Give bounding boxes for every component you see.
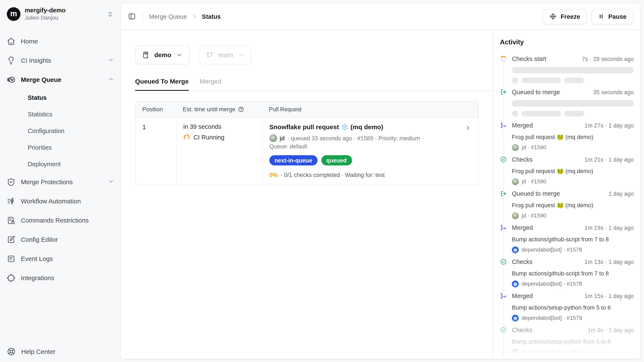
pr-meta: jd · queued 33 seconds ago · #1589 · Pri…	[269, 134, 461, 142]
sidebar-item-deployment[interactable]: Deployment	[7, 156, 114, 172]
breadcrumb-status: Status	[202, 13, 221, 20]
tab-queued-to-merge[interactable]: Queued To Merge	[135, 78, 188, 91]
activity-pr-title[interactable]: Bump actions/github-script from 7 to 8	[512, 235, 634, 243]
activity-pr-title[interactable]: Frog pull request 🐸 (mq demo)	[512, 201, 634, 209]
org-switcher[interactable]: m mergify-demo Julien Danjou	[0, 0, 120, 26]
snowflake-icon	[550, 13, 557, 20]
activity-event-icon	[500, 258, 507, 265]
activity-title: Activity	[500, 38, 634, 46]
shield-check-icon	[7, 178, 15, 186]
dependabot-icon	[512, 246, 519, 253]
column-position: Position	[136, 106, 176, 113]
sidebar-item-event-logs[interactable]: Event Logs	[7, 249, 114, 268]
tab-merged[interactable]: Merged	[200, 78, 222, 90]
pr-queue: Queue: default	[269, 143, 461, 150]
pr-title[interactable]: Snowflake pull request ❄️ (mq demo)	[269, 123, 461, 131]
chevrons-up-down-icon[interactable]	[107, 11, 113, 19]
jd-avatar	[512, 144, 519, 151]
activity-event-icon	[500, 122, 507, 129]
mergify-logo: m	[7, 7, 20, 21]
freeze-button[interactable]: Freeze	[543, 9, 587, 24]
activity-item-header: Merged 1m 19s · 1 day ago	[500, 224, 634, 231]
activity-event-time: 1m 27s · 1 day ago	[584, 122, 634, 129]
sidebar-item-label: Commands Restrictions	[21, 217, 89, 224]
label-next-in-queue[interactable]: next-in-queue	[269, 155, 317, 165]
activity-pr-meta-text: jd · #1590	[522, 178, 546, 185]
activity-event-label: Queued to merge	[512, 190, 560, 197]
activity-event-time: 1 day ago	[608, 190, 634, 197]
sidebar-item-workflow-automation[interactable]: Workflow Automation	[7, 191, 114, 211]
activity-item-body: Bump actions/setup-python from 5 to 6 de…	[500, 304, 634, 321]
activity-item-header: Queued to merge 35 seconds ago	[500, 88, 634, 96]
sidebar-item-ci-insights[interactable]: CI Insights	[7, 51, 114, 70]
breadcrumb-merge-queue[interactable]: Merge Queue	[149, 13, 187, 20]
repository-selector[interactable]: demo	[135, 45, 190, 64]
activity-pr-meta-text: dependabot[bot] · #1578	[522, 246, 582, 253]
chevron-up-icon	[108, 76, 114, 83]
activity-pr-title[interactable]: Bump actions/setup-python from 5 to 6	[512, 304, 634, 312]
activity-pr-title[interactable]: Bump actions/setup-python from 5 to 6	[512, 338, 634, 346]
sidebar-item-config-editor[interactable]: Config Editor	[7, 230, 114, 249]
column-est-time: Est. time until merge	[176, 106, 262, 113]
activity-pr-meta-text: jd · #1590	[522, 144, 546, 151]
sidebar-item-configuration[interactable]: Configuration	[7, 122, 114, 139]
org-info: mergify-demo Julien Danjou	[25, 7, 66, 21]
sidebar-item-statistics[interactable]: Statistics	[7, 106, 114, 122]
queue-row[interactable]: 1 in 39 seconds CI Running Snowflake pul…	[136, 118, 478, 185]
sidebar-item-merge-protections[interactable]: Merge Protections	[7, 172, 114, 191]
sidebar: m mergify-demo Julien Danjou Home CI Ins…	[0, 0, 120, 362]
branch-selector[interactable]: main	[199, 45, 252, 64]
pr-author: jd	[280, 135, 285, 141]
sidebar-item-status[interactable]: Status	[7, 89, 114, 106]
help-center-link[interactable]: Help Center	[7, 347, 56, 356]
sidebar-toggle-button[interactable]	[128, 12, 136, 21]
home-icon	[7, 37, 15, 46]
activity-item[interactable]: Queued to merge 35 seconds ago	[500, 88, 634, 117]
app-root: m mergify-demo Julien Danjou Home CI Ins…	[0, 0, 644, 362]
sidebar-item-label: Home	[21, 38, 38, 45]
selector-row: demo main	[135, 45, 479, 64]
label-queued[interactable]: queued	[321, 155, 352, 165]
activity-pr-meta-text: dependabot[bot] · #1578	[522, 280, 582, 287]
sidebar-item-integrations[interactable]: Integrations	[7, 268, 114, 287]
activity-item[interactable]: Checks 1m 9s · 1 day ago Bump actions/se…	[500, 326, 634, 355]
pause-button[interactable]: Pause	[591, 9, 633, 24]
git-merge-icon	[500, 292, 507, 299]
activity-item[interactable]: Checks start 7s · 29 seconds ago	[500, 55, 634, 84]
activity-skeleton	[500, 100, 634, 117]
activity-panel: Activity Checks start 7s · 29 seconds ag…	[493, 30, 640, 359]
activity-pr-title[interactable]: Bump actions/github-script from 7 to 8	[512, 269, 634, 278]
dependabot-icon	[512, 349, 519, 355]
activity-item[interactable]: Merged 1m 27s · 1 day ago Frog pull requ…	[500, 122, 634, 151]
activity-pr-title[interactable]: Frog pull request 🐸 (mq demo)	[512, 133, 634, 141]
sidebar-item-label: Event Logs	[21, 255, 53, 262]
help-circle-icon[interactable]	[238, 106, 244, 113]
activity-pr-title[interactable]: Frog pull request 🐸 (mq demo)	[512, 167, 634, 175]
activity-item[interactable]: Merged 1m 19s · 1 day ago Bump actions/g…	[500, 224, 634, 253]
skeleton-bar	[564, 111, 584, 116]
activity-pr-meta: jd · #1590	[512, 212, 634, 219]
skeleton-avatar	[512, 77, 518, 84]
chevron-right-icon[interactable]	[464, 125, 472, 133]
sidebar-item-commands-restrictions[interactable]: Commands Restrictions	[7, 211, 114, 230]
pr-meta-text: · queued 33 seconds ago · #1589 · Priori…	[287, 135, 424, 141]
git-merge-icon	[500, 224, 507, 231]
sidebar-item-label: Merge Queue	[21, 76, 61, 83]
activity-event-icon	[500, 89, 507, 96]
event-logs-icon	[7, 254, 15, 263]
org-user: Julien Danjou	[25, 15, 66, 22]
activity-item[interactable]: Merged 1m 15s · 1 day ago Bump actions/s…	[500, 292, 634, 321]
activity-pr-meta-text: dependabot[bot] · #1579	[522, 349, 582, 355]
sidebar-item-priorities[interactable]: Priorities	[7, 139, 114, 156]
org-name: mergify-demo	[25, 7, 66, 15]
sidebar-item-home[interactable]: Home	[7, 32, 114, 51]
activity-item[interactable]: Checks 1m 21s · 1 day ago Frog pull requ…	[500, 156, 634, 185]
sidebar-item-merge-queue[interactable]: Merge Queue	[7, 70, 114, 89]
dependabot-icon	[512, 315, 519, 321]
activity-item[interactable]: Checks 1m 13s · 1 day ago Bump actions/g…	[500, 258, 634, 287]
sidebar-item-label: Integrations	[21, 274, 54, 281]
activity-item-body: Frog pull request 🐸 (mq demo) jd · #1590	[500, 167, 634, 185]
activity-item[interactable]: Queued to merge 1 day ago Frog pull requ…	[500, 190, 634, 219]
puzzle-icon	[7, 273, 15, 282]
activity-event-time: 1m 19s · 1 day ago	[584, 224, 634, 231]
